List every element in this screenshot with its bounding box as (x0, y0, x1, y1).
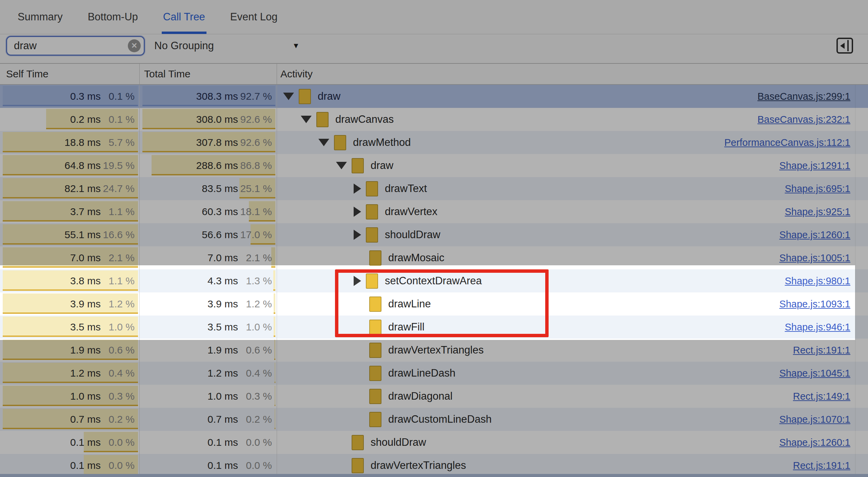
table-row[interactable]: 64.8 ms19.5 %288.6 ms86.8 %drawShape.js:… (0, 154, 868, 177)
tab-call-tree[interactable]: Call Tree (162, 0, 206, 34)
activity-icon (369, 343, 381, 358)
total-time-ms: 307.8 ms (196, 131, 238, 154)
toolbar: ✕ No Grouping ▼ (0, 35, 868, 64)
activity-icon (369, 297, 381, 312)
filter-input[interactable] (6, 36, 145, 56)
tab-summary[interactable]: Summary (16, 0, 64, 34)
table-row[interactable]: 55.1 ms16.6 %56.6 ms17.0 %shouldDrawShap… (0, 223, 868, 246)
column-header-activity[interactable]: Activity (277, 64, 868, 84)
sidebar-icon-bar (847, 40, 849, 51)
source-link[interactable]: Rect.js:149:1 (793, 385, 850, 408)
tab-bottom-up[interactable]: Bottom-Up (86, 0, 139, 34)
table-row[interactable]: 1.9 ms0.6 %1.9 ms0.6 %drawVertexTriangle… (0, 339, 868, 362)
source-link[interactable]: Shape.js:1045:1 (779, 362, 850, 385)
tab-event-log[interactable]: Event Log (229, 0, 279, 34)
self-time-cell: 82.1 ms24.7 % (0, 177, 140, 200)
self-time-pct: 0.1 % (108, 85, 135, 108)
self-time-ms: 3.5 ms (70, 316, 101, 339)
horizontal-scrollbar[interactable] (0, 474, 868, 477)
clear-filter-icon[interactable]: ✕ (128, 39, 141, 52)
self-time-cell: 1.2 ms0.4 % (0, 362, 140, 385)
tree-expand-arrow-icon[interactable] (301, 116, 312, 123)
total-time-ms: 0.1 ms (208, 431, 238, 454)
self-time-pct: 0.3 % (108, 385, 135, 408)
source-link[interactable]: Rect.js:191:1 (793, 339, 850, 362)
activity-tree-item: drawText (277, 177, 427, 200)
show-sidebar-button[interactable] (836, 38, 853, 54)
grouping-select[interactable]: No Grouping ▼ (154, 35, 303, 57)
source-link[interactable]: Shape.js:1260:1 (779, 223, 850, 246)
source-link[interactable]: BaseCanvas.js:232:1 (757, 108, 850, 131)
total-time-pct: 1.2 % (246, 292, 272, 316)
activity-label: drawCanvas (335, 113, 394, 126)
tree-collapse-arrow-icon[interactable] (354, 276, 361, 286)
self-time-pct: 0.0 % (108, 431, 135, 454)
activity-icon (316, 112, 329, 127)
total-time-ms: 60.3 ms (202, 200, 238, 223)
table-row[interactable]: 0.2 ms0.1 %308.0 ms92.6 %drawCanvasBaseC… (0, 108, 868, 131)
grouping-label: No Grouping (154, 40, 214, 52)
activity-cell: drawTextShape.js:695:1 (277, 177, 868, 200)
table-row[interactable]: 3.9 ms1.2 %3.9 ms1.2 %drawLineShape.js:1… (0, 292, 868, 316)
table-row[interactable]: 1.2 ms0.4 %1.2 ms0.4 %drawLineDashShape.… (0, 362, 868, 385)
tree-expand-arrow-icon[interactable] (336, 162, 347, 169)
tree-expand-arrow-icon[interactable] (318, 139, 329, 146)
table-row[interactable]: 3.7 ms1.1 %60.3 ms18.1 %drawVertexShape.… (0, 200, 868, 223)
column-header-self-time[interactable]: Self Time (0, 64, 140, 84)
column-header-total-time[interactable]: Total Time (140, 64, 277, 84)
table-row[interactable]: 0.7 ms0.2 %0.7 ms0.2 %drawCustomLineDash… (0, 408, 868, 431)
source-link[interactable]: Shape.js:695:1 (785, 177, 850, 200)
table-row[interactable]: 0.1 ms0.0 %0.1 ms0.0 %shouldDrawShape.js… (0, 431, 868, 454)
table-row[interactable]: 0.3 ms0.1 %308.3 ms92.7 %drawBaseCanvas.… (0, 85, 868, 108)
activity-tree-item: drawCanvas (277, 108, 394, 131)
total-time-bar (275, 409, 275, 429)
self-time-cell: 0.7 ms0.2 % (0, 408, 140, 431)
self-time-cell: 3.7 ms1.1 % (0, 200, 140, 223)
table-row[interactable]: 3.5 ms1.0 %3.5 ms1.0 %drawFillShape.js:9… (0, 316, 868, 339)
call-tree-grid: 0.3 ms0.1 %308.3 ms92.7 %drawBaseCanvas.… (0, 85, 868, 477)
chevron-down-icon: ▼ (292, 41, 300, 50)
total-time-ms: 3.5 ms (208, 316, 238, 339)
activity-label: drawVertex (385, 206, 437, 218)
self-time-cell: 1.9 ms0.6 % (0, 339, 140, 362)
self-time-ms: 64.8 ms (64, 154, 101, 177)
source-link[interactable]: Rect.js:191:1 (793, 454, 850, 477)
source-link[interactable]: Shape.js:1005:1 (779, 246, 850, 269)
table-row[interactable]: 0.1 ms0.0 %0.1 ms0.0 %drawVertexTriangle… (0, 454, 868, 477)
activity-label: drawMosaic (388, 252, 444, 264)
table-row[interactable]: 1.0 ms0.3 %1.0 ms0.3 %drawDiagonalRect.j… (0, 385, 868, 408)
tree-collapse-arrow-icon[interactable] (354, 230, 361, 240)
total-time-cell: 3.5 ms1.0 % (140, 316, 277, 339)
total-time-pct: 0.3 % (246, 385, 272, 408)
self-time-pct: 1.1 % (108, 269, 135, 292)
source-link[interactable]: Shape.js:1260:1 (779, 431, 850, 454)
source-link[interactable]: Shape.js:1291:1 (779, 154, 850, 177)
activity-cell: drawMosaicShape.js:1005:1 (277, 246, 868, 269)
activity-cell: drawLineShape.js:1093:1 (277, 292, 868, 316)
tree-expand-arrow-icon[interactable] (283, 93, 294, 100)
table-row[interactable]: 7.0 ms2.1 %7.0 ms2.1 %drawMosaicShape.js… (0, 246, 868, 269)
activity-label: drawLineDash (388, 367, 455, 379)
source-link[interactable]: Shape.js:925:1 (785, 200, 850, 223)
total-time-ms: 0.7 ms (208, 408, 238, 431)
source-link[interactable]: Shape.js:980:1 (785, 269, 850, 292)
total-time-bar (274, 317, 275, 337)
self-time-pct: 24.7 % (103, 177, 135, 200)
activity-tree-item: drawFill (277, 316, 425, 339)
table-row[interactable]: 18.8 ms5.7 %307.8 ms92.6 %drawMethodPerf… (0, 131, 868, 154)
tree-collapse-arrow-icon[interactable] (354, 184, 361, 194)
self-time-pct: 1.1 % (108, 200, 135, 223)
source-link[interactable]: Shape.js:1093:1 (779, 292, 850, 316)
source-link[interactable]: BaseCanvas.js:299:1 (757, 85, 850, 108)
table-row[interactable]: 3.8 ms1.1 %4.3 ms1.3 %setContextDrawArea… (0, 269, 868, 292)
filter-input-wrap: ✕ (6, 36, 145, 56)
activity-icon (352, 458, 364, 473)
source-link[interactable]: PerformanceCanvas.js:112:1 (724, 131, 850, 154)
source-link[interactable]: Shape.js:1070:1 (779, 408, 850, 431)
source-link[interactable]: Shape.js:946:1 (785, 316, 850, 339)
activity-tree-item: drawLineDash (277, 362, 455, 385)
tree-collapse-arrow-icon[interactable] (354, 207, 361, 217)
sidebar-icon-arrow-left (840, 43, 845, 49)
table-row[interactable]: 82.1 ms24.7 %83.5 ms25.1 %drawTextShape.… (0, 177, 868, 200)
total-time-ms: 288.6 ms (196, 154, 238, 177)
